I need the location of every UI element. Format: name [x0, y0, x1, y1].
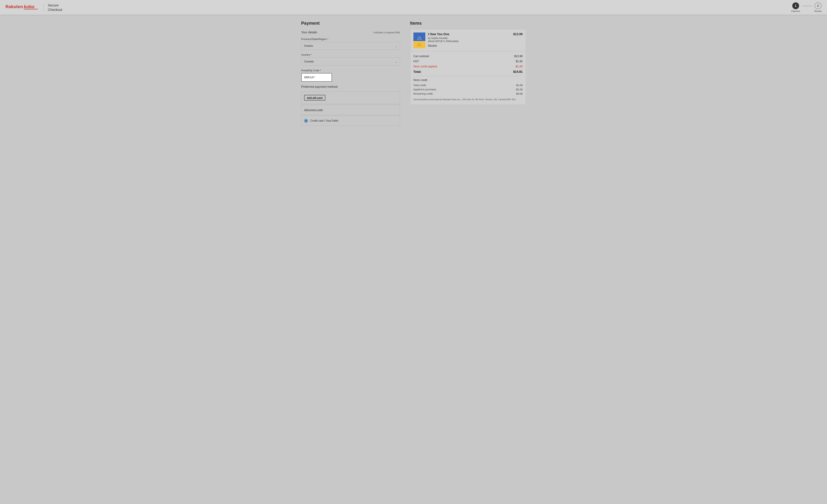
your-details-title: Your details — [301, 31, 317, 34]
item-card: I Owe You One SOPHIE KINSELLA I Owe You … — [410, 29, 526, 51]
postal-field-group: Postal/Zip Code * — [301, 69, 400, 81]
hst-label: HST: — [414, 60, 419, 63]
secure-checkout-label: Secure Checkout — [48, 3, 62, 12]
total-label: Total: — [414, 70, 422, 74]
total-value: $14.81 — [513, 70, 523, 74]
item-title: I Owe You One — [428, 33, 510, 36]
payment-section-title: Payment — [301, 20, 400, 26]
svg-text:KINSELLA: KINSELLA — [417, 45, 422, 46]
country-field-group: Country * Canada ⌄ — [301, 53, 400, 65]
remaining-credit-label: Remaining credit: — [414, 92, 433, 95]
remaining-credit-value: $0.00 — [516, 92, 523, 95]
step-review-circle: 2 — [815, 2, 821, 9]
applied-to-purchase-label: Applied to purchase: — [414, 88, 437, 91]
total-credit-row: Total credit: $1.00 — [414, 84, 523, 87]
step-payment-label: Payment — [791, 10, 800, 12]
step-review: 2 Review — [814, 2, 822, 12]
store-credit-applied-value: -$1.00 — [515, 65, 523, 68]
gift-card-box: Add gift card — [301, 91, 400, 104]
total-credit-label: Total credit: — [414, 84, 427, 87]
postal-label: Postal/Zip Code * — [301, 69, 400, 72]
total-row: Total: $14.81 — [414, 70, 523, 74]
applied-to-purchase-value: -$1.00 — [515, 88, 523, 91]
country-label: Country * — [301, 53, 400, 56]
item-details: I Owe You One by Sophie Kinsella eBook (… — [428, 33, 510, 47]
preferred-payment-title: Preferred payment method — [301, 85, 400, 89]
cart-subtotal-value: $13.99 — [514, 55, 523, 58]
remove-item-button[interactable]: Remove — [428, 44, 437, 47]
svg-text:Rakuten: Rakuten — [5, 4, 23, 9]
store-credit-section-title: Store credit — [414, 78, 523, 81]
site-header: Rakuten kobo Secure Checkout 1 Payment 2… — [0, 0, 827, 15]
item-row: I Owe You One SOPHIE KINSELLA I Owe You … — [414, 33, 523, 48]
svg-text:I Owe: I Owe — [418, 37, 421, 38]
checkout-stepper: 1 Payment 2 Review — [791, 2, 822, 12]
footer-note: All transactions processed by Rakuten Ko… — [414, 98, 523, 101]
order-summary-section: Cart subtotal: $13.99 HST: $1.82 Store c… — [410, 51, 526, 105]
province-select-wrapper: Ontario ⌄ — [301, 42, 400, 50]
credit-card-radio[interactable] — [304, 119, 308, 123]
hst-value: $1.82 — [516, 60, 523, 63]
step-payment: 1 Payment — [791, 2, 800, 12]
radio-dot-inner — [305, 120, 307, 122]
item-author: by Sophie Kinsella — [428, 37, 510, 40]
item-price: $13.99 — [513, 33, 523, 36]
cart-subtotal-row: Cart subtotal: $13.99 — [414, 55, 523, 58]
book-cover-image: I Owe You One SOPHIE KINSELLA — [414, 33, 425, 48]
main-content: Payment Your details * indicates a requi… — [294, 15, 533, 131]
applied-to-purchase-row: Applied to purchase: -$1.00 — [414, 88, 523, 91]
province-label: Province/State/Region * — [301, 38, 400, 41]
store-credit-applied-row: Store credit applied: -$1.00 — [414, 65, 523, 68]
credit-card-label: Credit card / Visa Debit — [310, 119, 338, 122]
add-promo-code-button[interactable]: Add promo code — [304, 108, 323, 111]
province-select[interactable]: Ontario — [301, 42, 400, 50]
header-left: Rakuten kobo Secure Checkout — [5, 3, 62, 12]
preferred-payment-section: Preferred payment method Add gift card A… — [301, 85, 400, 126]
hst-row: HST: $1.82 — [414, 60, 523, 63]
cart-subtotal-label: Cart subtotal: — [414, 55, 430, 58]
country-select-wrapper: Canada ⌄ — [301, 57, 400, 65]
svg-text:SOPHIE: SOPHIE — [417, 44, 421, 45]
postal-input[interactable] — [301, 73, 332, 81]
items-section-title: Items — [410, 20, 526, 26]
svg-rect-2 — [24, 9, 38, 9]
step-connector — [802, 6, 812, 6]
order-summary-panel: Items I Owe You One SOPHIE KINSELLA I — [410, 20, 526, 126]
your-details-header: Your details * indicates a required fiel… — [301, 31, 400, 34]
item-format: eBook (EPUB 3, Reflowable) — [428, 40, 510, 43]
required-note: * indicates a required field — [373, 31, 400, 34]
promo-code-box: Add promo code — [301, 105, 400, 115]
credit-card-option[interactable]: Credit card / Visa Debit — [301, 116, 400, 126]
country-select[interactable]: Canada — [301, 57, 400, 65]
svg-text:kobo: kobo — [24, 4, 34, 9]
payment-form-panel: Payment Your details * indicates a requi… — [301, 20, 410, 126]
rakuten-kobo-logo[interactable]: Rakuten kobo — [5, 3, 40, 12]
svg-text:You One: You One — [417, 39, 422, 40]
store-credit-applied-label: Store credit applied: — [414, 65, 438, 68]
remaining-credit-row: Remaining credit: $0.00 — [414, 92, 523, 95]
step-review-label: Review — [814, 10, 822, 12]
add-gift-card-button[interactable]: Add gift card — [304, 95, 326, 101]
total-credit-value: $1.00 — [516, 84, 523, 87]
step-payment-circle: 1 — [792, 2, 799, 9]
svg-rect-4 — [414, 41, 425, 48]
province-field-group: Province/State/Region * Ontario ⌄ — [301, 38, 400, 50]
